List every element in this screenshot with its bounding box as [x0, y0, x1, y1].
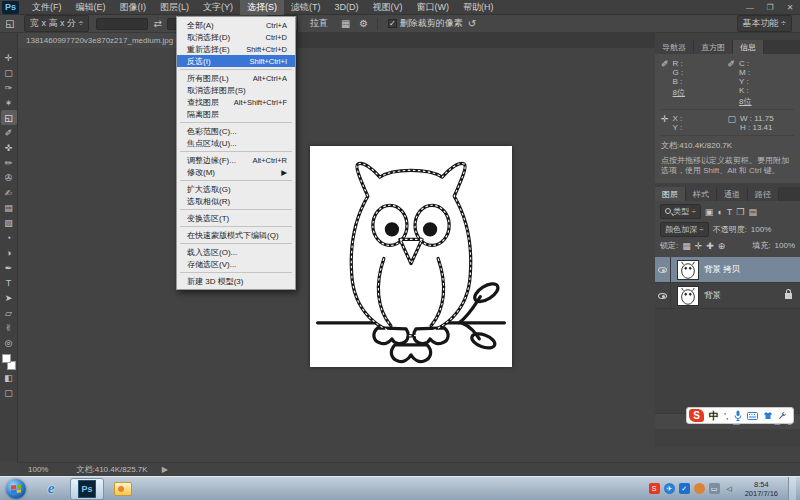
menu-item-focus-area[interactable]: 焦点区域(U)...: [177, 137, 295, 149]
menu-file[interactable]: 文件(F): [25, 0, 69, 15]
shape-tool[interactable]: ▱: [1, 305, 17, 320]
soft-keyboard-icon[interactable]: [747, 412, 758, 420]
menu-item-similar[interactable]: 选取相似(R): [177, 195, 295, 207]
tab-paths[interactable]: 路径: [748, 187, 779, 201]
menu-item-new-3d-extrusion[interactable]: 新建 3D 模型(3): [177, 275, 295, 287]
layer-filter-dropdown[interactable]: 类型 ÷: [660, 204, 701, 219]
path-select-tool[interactable]: ➤: [1, 290, 17, 305]
layer-thumbnail[interactable]: [677, 286, 699, 306]
screen-mode-icon[interactable]: ▢: [1, 385, 17, 400]
minimize-icon[interactable]: —: [740, 2, 760, 13]
menu-item-all-layers[interactable]: 所有图层(L)Alt+Ctrl+A: [177, 72, 295, 84]
menu-item-save-selection[interactable]: 存储选区(V)...: [177, 258, 295, 270]
tray-sogou-icon[interactable]: S: [649, 483, 660, 494]
tab-channels[interactable]: 通道: [717, 187, 748, 201]
tab-histogram[interactable]: 直方图: [694, 40, 733, 54]
menu-item-modify[interactable]: 修改(M)▶: [177, 166, 295, 178]
reset-crop-icon[interactable]: ↺: [463, 18, 481, 29]
crop-settings-gear-icon[interactable]: ⚙: [355, 18, 373, 29]
show-desktop-button[interactable]: [788, 477, 796, 500]
opacity-value[interactable]: 100%: [751, 225, 771, 234]
tray-volume-icon[interactable]: ◁: [724, 483, 735, 494]
move-tool[interactable]: ✛: [1, 50, 17, 65]
menu-item-select-all[interactable]: 全部(A)Ctrl+A: [177, 19, 295, 31]
delete-cropped-pixels-checkbox[interactable]: ✓ 删除裁剪的像素: [388, 17, 463, 30]
blend-mode-dropdown[interactable]: 颜色加深 ÷: [660, 222, 709, 237]
menu-help[interactable]: 帮助(H): [456, 0, 501, 15]
overlay-grid-icon[interactable]: ▦: [337, 18, 355, 29]
menu-item-refine-edge[interactable]: 调整边缘(F)...Alt+Ctrl+R: [177, 154, 295, 166]
menu-item-reselect[interactable]: 重新选择(E)Shift+Ctrl+D: [177, 43, 295, 55]
tray-shield-icon[interactable]: ✓: [679, 483, 690, 494]
visibility-toggle[interactable]: [655, 257, 671, 282]
sogou-logo-icon[interactable]: S: [689, 409, 704, 422]
status-options-arrow-icon[interactable]: ▶: [162, 465, 168, 474]
lock-all-icon[interactable]: ⊕: [718, 241, 726, 251]
crop-width-input[interactable]: [96, 18, 148, 30]
gradient-tool[interactable]: ▧: [1, 215, 17, 230]
brush-tool[interactable]: ✏: [1, 155, 17, 170]
clone-stamp-tool[interactable]: ✇: [1, 170, 17, 185]
visibility-toggle[interactable]: [655, 283, 671, 308]
cmyk-bit-depth[interactable]: 8位: [739, 97, 751, 106]
menu-filter[interactable]: 滤镜(T): [284, 0, 328, 15]
lock-position-icon[interactable]: ✚: [706, 241, 714, 251]
rgb-bit-depth[interactable]: 8位: [673, 88, 685, 97]
taskbar-internet-explorer[interactable]: e: [34, 478, 68, 500]
lock-transparent-icon[interactable]: ▦: [682, 241, 691, 251]
tray-app-icon[interactable]: ✈: [664, 483, 675, 494]
taskbar-image-viewer[interactable]: [106, 478, 140, 500]
ime-punctuation-toggle[interactable]: ’,: [724, 411, 729, 421]
hand-tool[interactable]: ✌: [1, 320, 17, 335]
layer-name[interactable]: 背景: [704, 290, 785, 302]
layer-name[interactable]: 背景 拷贝: [704, 264, 800, 276]
menu-window[interactable]: 窗口(W): [410, 0, 457, 15]
menu-item-grow[interactable]: 扩大选取(G): [177, 183, 295, 195]
close-icon[interactable]: ✕: [780, 2, 800, 13]
menu-item-quick-mask-edit[interactable]: 在快速蒙版模式下编辑(Q): [177, 229, 295, 241]
tab-navigator[interactable]: 导航器: [655, 40, 694, 54]
eraser-tool[interactable]: ▤: [1, 200, 17, 215]
foreground-color-swatch[interactable]: [2, 354, 11, 363]
pen-tool[interactable]: ✒: [1, 260, 17, 275]
layer-row-background[interactable]: 背景: [655, 283, 800, 309]
menu-type[interactable]: 文字(Y): [196, 0, 240, 15]
filter-pixel-layers-icon[interactable]: ▣: [705, 207, 714, 217]
filter-adjustment-layers-icon[interactable]: ◐: [717, 207, 722, 217]
color-swatches[interactable]: [2, 354, 16, 370]
menu-item-inverse[interactable]: 反选(I)Shift+Ctrl+I: [177, 55, 295, 67]
menu-3d[interactable]: 3D(D): [328, 1, 366, 13]
healing-brush-tool[interactable]: ✜: [1, 140, 17, 155]
menu-item-load-selection[interactable]: 载入选区(O)...: [177, 246, 295, 258]
menu-item-deselect[interactable]: 取消选择(D)Ctrl+D: [177, 31, 295, 43]
lock-pixels-icon[interactable]: ✛: [695, 241, 703, 251]
taskbar-clock[interactable]: 8:54 2017/7/16: [739, 480, 784, 498]
blur-tool[interactable]: ◔: [1, 230, 17, 245]
layer-row-background-copy[interactable]: 背景 拷贝: [655, 257, 800, 283]
crop-tool[interactable]: ◱: [1, 110, 17, 125]
menu-item-color-range[interactable]: 色彩范围(C)...: [177, 125, 295, 137]
menu-layer[interactable]: 图层(L): [153, 0, 196, 15]
wrench-icon[interactable]: [778, 411, 787, 420]
type-tool[interactable]: T: [1, 275, 17, 290]
quick-mask-icon[interactable]: ◧: [1, 370, 17, 385]
history-brush-tool[interactable]: ✍: [1, 185, 17, 200]
microphone-icon[interactable]: [734, 410, 742, 421]
menu-item-isolate-layers[interactable]: 隔离图层: [177, 108, 295, 120]
marquee-tool[interactable]: ▢: [1, 65, 17, 80]
tab-layers[interactable]: 图层: [655, 187, 686, 201]
tab-info[interactable]: 信息: [733, 40, 764, 54]
menu-select[interactable]: 选择(S): [240, 0, 284, 15]
eyedropper-tool[interactable]: ✐: [1, 125, 17, 140]
filter-group-layers-icon[interactable]: ❒: [736, 207, 744, 217]
zoom-level-field[interactable]: 100%: [28, 465, 48, 474]
tray-avatar[interactable]: [694, 483, 705, 494]
fill-value[interactable]: 100%: [775, 241, 795, 250]
menu-item-deselect-layers[interactable]: 取消选择图层(S): [177, 84, 295, 96]
workspace-switcher-dropdown[interactable]: 基本功能 ÷: [737, 15, 792, 32]
menu-image[interactable]: 图像(I): [113, 0, 154, 15]
straighten-button[interactable]: 拉直: [304, 16, 334, 31]
swap-dimensions-icon[interactable]: ⇄: [153, 18, 161, 29]
restore-icon[interactable]: ❐: [760, 2, 780, 13]
magic-wand-tool[interactable]: ✶: [1, 95, 17, 110]
